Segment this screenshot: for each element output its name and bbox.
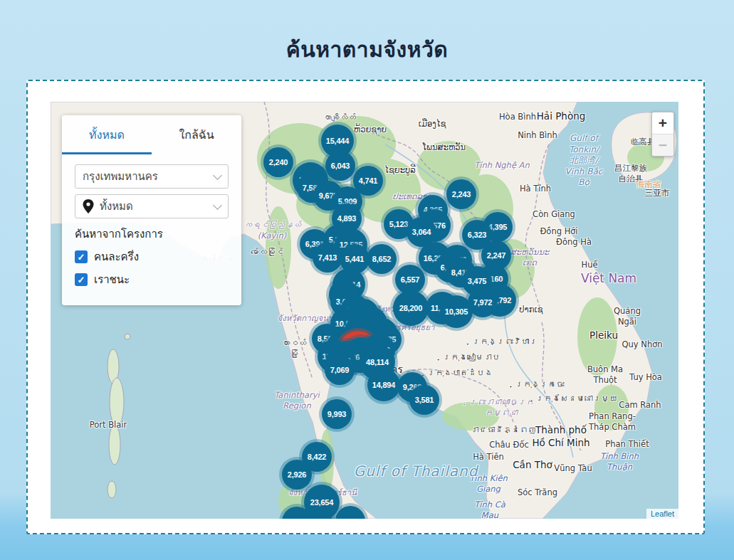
tab-bar: ทั้งหมด ใกล้ฉัน <box>62 115 241 154</box>
cluster-marker[interactable]: 6,043 <box>325 151 355 181</box>
cluster-marker[interactable]: 2,240 <box>263 147 293 177</box>
cluster-marker[interactable]: 28,200 <box>393 290 429 326</box>
chevron-down-icon <box>213 201 222 210</box>
cluster-marker[interactable]: 14,894 <box>367 369 400 401</box>
panel-body: กรุงเทพมหานคร ทั้งหมด ค้นหาจากโครงการ ✓ … <box>62 154 241 305</box>
cluster-marker[interactable]: 9,993 <box>322 399 352 429</box>
location-pin-icon <box>83 199 94 213</box>
category-select-value: ทั้งหมด <box>100 198 133 215</box>
checkbox-checked-icon[interactable]: ✓ <box>75 273 88 286</box>
province-select-value: กรุงเทพมหานคร <box>83 168 158 185</box>
checkbox-label: คนละครึ่ง <box>94 248 139 265</box>
map-canvas[interactable]: တာချီလိတ်ຫ້ວຍຊາຍເມືອງໄຊໂພນສະຫວັນHòa Bình… <box>51 102 678 519</box>
tab-near-me[interactable]: ใกล้ฉัน <box>152 115 241 154</box>
cluster-marker[interactable]: 2,926 <box>282 460 312 490</box>
tab-all[interactable]: ทั้งหมด <box>62 115 152 154</box>
map-attribution: Leaflet <box>646 509 678 519</box>
cluster-marker[interactable]: 10,305 <box>440 295 473 328</box>
category-select[interactable]: ทั้งหมด <box>75 194 229 218</box>
zoom-in-button[interactable]: + <box>652 112 673 134</box>
content-card: တာချီလိတ်ຫ້ວຍຊາຍເມືອງໄຊໂພນສະຫວັນHòa Bình… <box>26 80 705 534</box>
zoom-control: + − <box>651 112 674 157</box>
cluster-marker[interactable]: 3,581 <box>409 385 439 415</box>
cluster-marker[interactable]: 7,413 <box>313 243 342 273</box>
cluster-marker[interactable]: 7,069 <box>325 355 355 385</box>
cluster-marker[interactable]: 2,243 <box>446 179 476 209</box>
filter-panel: ทั้งหมด ใกล้ฉัน กรุงเทพมหานคร ทั้งหมด ค้… <box>62 115 241 305</box>
filter-section-label: ค้นหาจากโครงการ <box>75 226 229 243</box>
leaflet-attribution-link[interactable]: Leaflet <box>651 509 674 518</box>
checkbox-row-rao-chana[interactable]: ✓ เราชนะ <box>75 271 229 288</box>
page-title: ค้นหาตามจังหวัด <box>0 33 734 66</box>
checkbox-checked-icon[interactable]: ✓ <box>75 250 88 263</box>
checkbox-row-khon-la-khrueng[interactable]: ✓ คนละครึ่ง <box>75 248 229 265</box>
cluster-marker[interactable]: 8,652 <box>367 244 397 274</box>
zoom-out-button[interactable]: − <box>652 134 673 156</box>
province-select[interactable]: กรุงเทพมหานคร <box>75 164 229 189</box>
checkbox-label: เราชนะ <box>94 271 130 288</box>
chevron-down-icon <box>213 171 222 180</box>
